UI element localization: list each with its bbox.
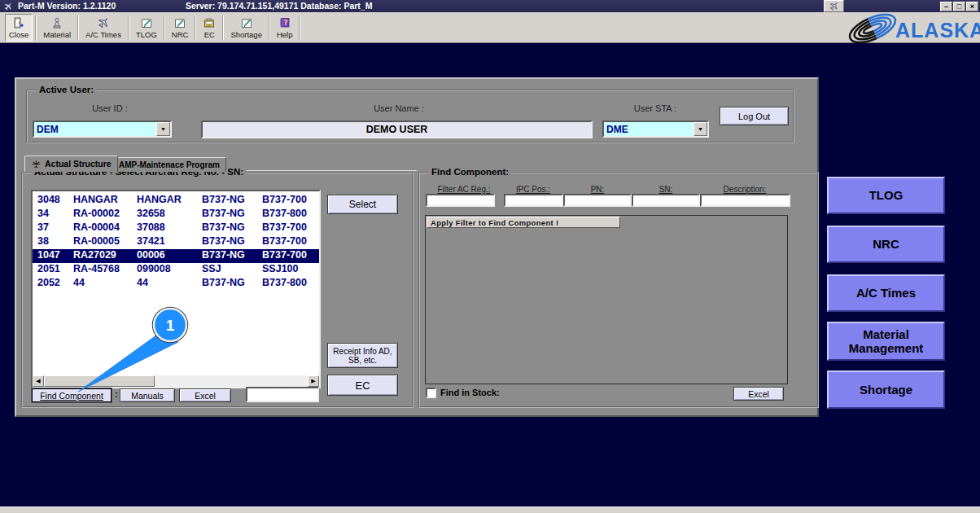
- aircraft-reg: RA-45768: [73, 263, 120, 274]
- toolbar-button-ec[interactable]: EC: [199, 14, 220, 42]
- user-id-label: User ID :: [49, 103, 171, 113]
- aircraft-reg: RA-00005: [73, 235, 120, 247]
- toolbar-button-label: Close: [9, 30, 28, 39]
- material-icon: [50, 16, 63, 29]
- toolbar-button-nrc[interactable]: NRC: [168, 14, 193, 42]
- aircraft-id: 3048: [37, 194, 60, 205]
- horizontal-scrollbar[interactable]: ◀ ▶: [33, 375, 319, 387]
- side-button-tlog[interactable]: TLOG: [827, 177, 945, 214]
- aircraft-id: 37: [37, 221, 49, 233]
- aircraft-sn: 44: [137, 277, 148, 288]
- tab-label: Actual Structure: [45, 159, 112, 169]
- toolbar-button-label: NRC: [172, 30, 189, 39]
- aircraft-id: 2051: [37, 263, 60, 274]
- window-title: Part-M Version: 1.2.1120: [18, 1, 116, 11]
- select-button[interactable]: Select: [327, 195, 398, 214]
- aircraft-model: B737-700: [262, 221, 307, 233]
- chevron-down-icon[interactable]: ▼: [693, 122, 707, 136]
- aircraft-row[interactable]: 34RA-0000232658B737-NGB737-800: [33, 208, 319, 221]
- user-sta-combo[interactable]: DME ▼: [602, 121, 709, 138]
- titlebar-plane-button[interactable]: [824, 0, 844, 12]
- aircraft-model: B737-700: [262, 235, 307, 247]
- aircraft-reg: 44: [73, 277, 85, 288]
- taskbar-edge: [0, 506, 980, 513]
- user-name-field: DEMO USER: [201, 121, 593, 138]
- restore-icon: □: [957, 3, 961, 11]
- active-user-group-label: Active User:: [36, 85, 97, 94]
- side-button-nrc[interactable]: NRC: [827, 226, 945, 263]
- find-in-stock-checkbox[interactable]: [426, 388, 436, 398]
- aircraft-row-selected[interactable]: 1047RA2702900006B737-NGB737-700: [33, 249, 319, 263]
- find-component-button[interactable]: Find Component: [32, 388, 112, 402]
- toolbar-separator: [164, 15, 165, 40]
- scrollbar-track[interactable]: [155, 375, 308, 387]
- aircraft-model: B737-800: [262, 277, 307, 288]
- toolbar-button-label: EC: [204, 30, 215, 39]
- window-close-button[interactable]: ×: [966, 2, 978, 11]
- toolbar-button-label: Help: [277, 30, 293, 39]
- excel-button[interactable]: Excel: [179, 388, 231, 402]
- toolbar-button-shortage[interactable]: Shortage: [226, 14, 266, 42]
- minimize-icon: –: [944, 3, 948, 11]
- toolbar-separator: [222, 15, 224, 40]
- toolbar-button-a-c-times[interactable]: A/C Times: [81, 14, 125, 42]
- window-minimize-button[interactable]: –: [940, 2, 952, 11]
- ec-button[interactable]: EC: [327, 375, 398, 396]
- toolbar-separator: [269, 15, 270, 40]
- toolbar-button-material[interactable]: Material: [39, 14, 75, 42]
- toolbar-button-tlog[interactable]: TLOG: [132, 14, 161, 42]
- aircraft-id: 38: [37, 235, 49, 247]
- chevron-down-icon[interactable]: ▼: [156, 122, 170, 136]
- filter-input-description[interactable]: [700, 194, 790, 207]
- side-button-material-management[interactable]: Material Management: [827, 322, 945, 361]
- aircraft-sn: 00006: [137, 249, 165, 261]
- aircraft-quick-input[interactable]: [246, 387, 319, 402]
- alaskar-logo: ALASKAR: [845, 12, 980, 45]
- filter-input-sn[interactable]: [632, 194, 700, 207]
- user-id-combo[interactable]: DEM ▼: [33, 121, 172, 138]
- title-bar: Part-M Version: 1.2.1120 Server: 79.174.…: [0, 0, 980, 12]
- tab-actual-structure[interactable]: Actual Structure: [24, 156, 118, 172]
- find-component-colon: :: [115, 389, 118, 399]
- side-button-a-c-times[interactable]: A/C Times: [827, 274, 945, 312]
- filter-input-filter-ac-reg[interactable]: [426, 194, 495, 207]
- scroll-right-icon[interactable]: ▶: [308, 375, 319, 387]
- aircraft-row[interactable]: 38RA-0000537421B737-NGB737-700: [33, 235, 319, 249]
- component-list-header[interactable]: Apply Filter to Find Component !: [427, 217, 620, 228]
- side-button-shortage[interactable]: Shortage: [827, 370, 945, 409]
- aircraft-type: B737-NG: [202, 221, 245, 233]
- aircraft-row[interactable]: 37RA-0000437088B737-NGB737-700: [33, 221, 319, 235]
- log-out-button[interactable]: Log Out: [720, 107, 789, 125]
- toolbar-button-help[interactable]: ?Help: [273, 14, 297, 42]
- excel-button-find[interactable]: Excel: [733, 387, 784, 401]
- filter-input-pn[interactable]: [563, 194, 632, 207]
- aircraft-row[interactable]: 2051RA-45768099008SSJSSJ100: [33, 263, 319, 277]
- aircraft-sn: HANGAR: [137, 194, 182, 205]
- aircraft-listbox[interactable]: 3048HANGARHANGARB737-NGB737-70034RA-0000…: [31, 190, 321, 388]
- scroll-left-icon[interactable]: ◀: [33, 375, 44, 387]
- aircraft-reg: RA-00004: [73, 221, 120, 233]
- aircraft-id: 2052: [37, 277, 60, 288]
- toolbar-button-label: Material: [43, 30, 71, 39]
- aircraft-type: B737-NG: [202, 249, 245, 261]
- aircraft-row[interactable]: 3048HANGARHANGARB737-NGB737-700: [33, 194, 319, 208]
- aircraft-sn: 32658: [137, 208, 165, 219]
- receipt-info-button[interactable]: Receipt Info AD, SB, etc.: [327, 343, 398, 368]
- toolbar-button-label: Shortage: [230, 30, 262, 39]
- toolbar-button-label: TLOG: [136, 30, 157, 39]
- window-restore-button[interactable]: □: [953, 2, 965, 11]
- find-in-stock-label: Find in Stock:: [440, 388, 500, 397]
- aircraft-row[interactable]: 20524444B737-NGB737-800: [33, 277, 319, 291]
- aircraft-sn: 37088: [137, 221, 165, 233]
- window-controls: –□×: [940, 2, 978, 11]
- notepad-pencil-icon: [240, 16, 253, 29]
- user-sta-value: DME: [604, 122, 693, 136]
- toolbar-button-close[interactable]: Close: [5, 14, 33, 42]
- filter-input-ipc-pos[interactable]: [504, 194, 563, 207]
- aircraft-reg: RA-00002: [73, 208, 120, 219]
- aircraft-type: B737-NG: [202, 194, 245, 205]
- manuals-button[interactable]: Manuals: [120, 388, 175, 402]
- scrollbar-thumb[interactable]: [44, 375, 155, 387]
- component-results-list[interactable]: Apply Filter to Find Component !: [425, 215, 788, 384]
- tab-amp-maintenance-program[interactable]: AMP-Maintenace Program: [112, 157, 226, 172]
